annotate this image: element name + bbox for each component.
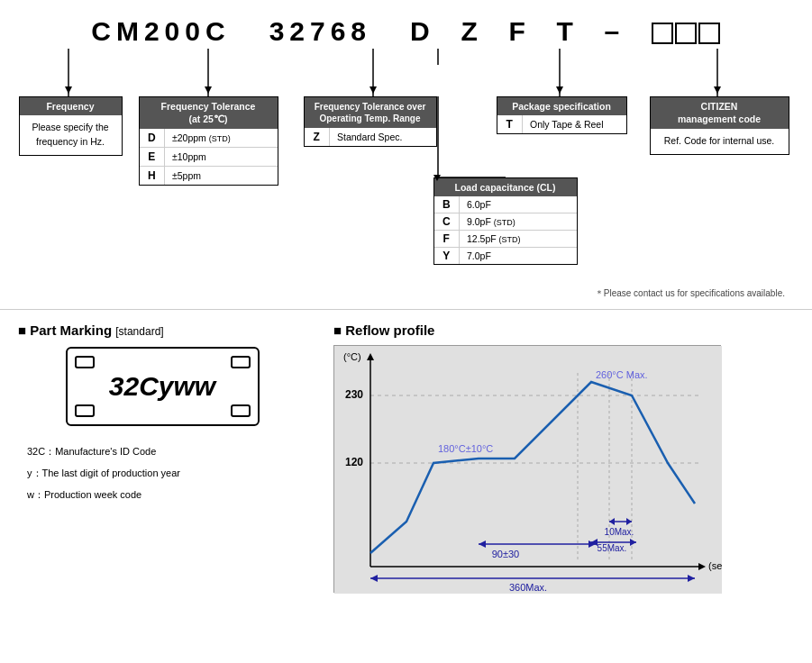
svg-text:180°C±10°C: 180°C±10°C (438, 443, 493, 454)
table-row: Y7.0pF (434, 248, 577, 265)
svg-text:90±30: 90±30 (492, 549, 520, 559)
reflow-profile-section: ■ Reflow profile (333, 322, 794, 593)
freq-tol-temp-table: ZStandard Spec. (305, 128, 436, 146)
legend-item-3: w：Production week code (27, 484, 306, 505)
part-number-section: CM200C 32768 D Z F T – (0, 0, 812, 47)
table-row: F12.5pF (STD) (434, 231, 577, 248)
part-marking-title: ■ Part Marking [standard] (18, 322, 306, 338)
svg-text:55Max.: 55Max. (598, 543, 627, 553)
load-cap-box: Load capacitance (CL) B6.0pF C9.0pF (STD… (433, 177, 578, 265)
svg-marker-11 (65, 86, 72, 94)
load-cap-table: B6.0pF C9.0pF (STD) F12.5pF (STD) Y7.0pF (434, 196, 577, 264)
svg-text:120: 120 (345, 456, 363, 468)
freq-tol-temp-header: Frequency Tolerance overOperating Temp. … (305, 97, 436, 128)
svg-text:260°C Max.: 260°C Max. (596, 369, 648, 380)
table-row: C9.0pF (STD) (434, 213, 577, 231)
box3 (698, 23, 720, 44)
load-cap-header: Load capacitance (CL) (434, 178, 577, 196)
svg-rect-19 (334, 346, 722, 594)
frequency-header: Frequency (20, 97, 122, 115)
reflow-title: ■ Reflow profile (333, 322, 794, 338)
box2 (675, 23, 697, 44)
package-box: Package specification TOnly Tape & Reel (497, 96, 627, 134)
marking-visual: 32Cyww (66, 347, 260, 426)
connector-lines (19, 47, 794, 96)
svg-text:(sec.): (sec.) (708, 560, 722, 571)
reflow-chart-svg: 230 120 (°C) (sec.) 260°C Max. 180°C±10°… (334, 346, 722, 594)
table-row: D±20ppm (STD) (140, 129, 278, 148)
reflow-chart: 230 120 (°C) (sec.) 260°C Max. 180°C±10°… (333, 345, 721, 593)
section-divider (0, 309, 812, 310)
citizen-body: Ref. Code for internal use. (651, 129, 789, 154)
frequency-box: Frequency Please specify the frequency i… (19, 96, 123, 156)
svg-marker-14 (556, 86, 563, 94)
freq-tol-temp-box: Frequency Tolerance overOperating Temp. … (304, 96, 437, 147)
frequency-body: Please specify the frequency in Hz. (20, 115, 122, 155)
part-marking-section: ■ Part Marking [standard] 32Cyww 32C：Man… (18, 322, 306, 506)
freq-tolerance-table: D±20ppm (STD) E±10ppm H±5ppm (140, 129, 278, 185)
citizen-header: CITIZENmanagement code (651, 97, 789, 129)
marking-code: 32Cyww (109, 371, 215, 402)
freq-tolerance-box: Frequency Tolerance(at 25℃) D±20ppm (STD… (139, 96, 278, 186)
table-row: E±10ppm (140, 148, 278, 167)
table-row: ZStandard Spec. (305, 128, 436, 146)
svg-text:(°C): (°C) (343, 351, 361, 362)
package-table: TOnly Tape & Reel (497, 115, 626, 133)
marking-legend: 32C：Manufacture's ID Code y：The last dig… (18, 440, 306, 506)
table-row: TOnly Tape & Reel (497, 115, 626, 133)
part-number-text: CM200C 32768 D Z F T – (91, 16, 650, 46)
svg-marker-15 (714, 86, 721, 94)
note-text: ＊Please contact us for specifications av… (0, 287, 812, 300)
svg-marker-12 (205, 86, 212, 94)
package-header: Package specification (497, 97, 626, 115)
citizen-box: CITIZENmanagement code Ref. Code for int… (650, 96, 789, 155)
box1 (652, 23, 673, 44)
freq-tolerance-header: Frequency Tolerance(at 25℃) (140, 97, 278, 129)
legend-item-2: y：The last digit of production year (27, 462, 306, 484)
svg-text:230: 230 (345, 388, 363, 401)
svg-text:10Max.: 10Max. (605, 527, 634, 537)
table-row: H±5ppm (140, 167, 278, 186)
svg-marker-13 (370, 86, 377, 94)
legend-item-1: 32C：Manufacture's ID Code (27, 440, 306, 462)
table-row: B6.0pF (434, 196, 577, 213)
svg-text:360Max.: 360Max. (509, 582, 547, 593)
